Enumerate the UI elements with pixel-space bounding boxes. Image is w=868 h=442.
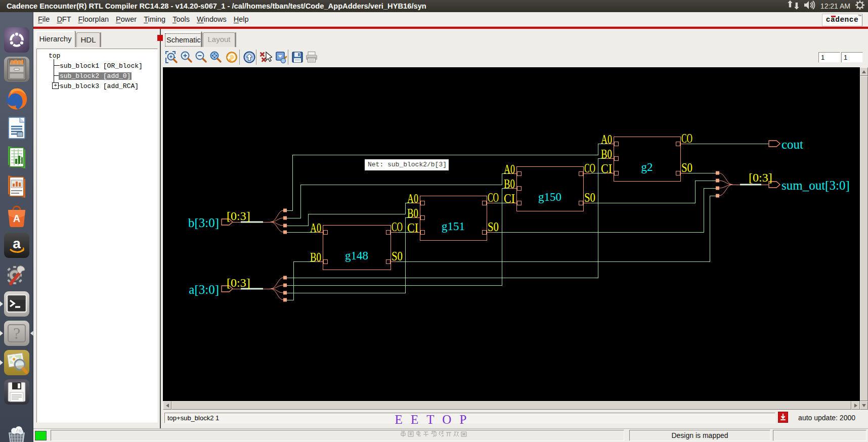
launcher-item-trash[interactable] — [4, 425, 29, 442]
scroll-down-icon — [861, 403, 866, 408]
toolbar-separator — [256, 50, 256, 65]
up-hierarchy-button[interactable] — [243, 51, 256, 64]
launcher-item-libreoffice-impress[interactable] — [4, 174, 29, 199]
menu-timing[interactable]: Timing — [140, 12, 169, 26]
scroll-right-icon — [853, 403, 858, 408]
pin-square — [579, 171, 583, 175]
launcher-item-software-center[interactable]: A — [4, 203, 29, 229]
cjk-char — [417, 431, 421, 436]
launcher-item-system-settings[interactable] — [4, 262, 29, 287]
cjk-char — [454, 431, 459, 436]
zoom-fit-button[interactable] — [209, 51, 222, 64]
trademark-symbol: ™ — [858, 14, 861, 18]
vertical-scrollbar[interactable] — [860, 67, 868, 410]
tab-layout[interactable]: Layout — [203, 32, 235, 47]
pin-square — [323, 230, 327, 234]
save-button[interactable] — [291, 51, 304, 64]
tab-separator — [75, 32, 76, 47]
tab-hierarchy[interactable]: Hierarchy — [35, 31, 75, 47]
refresh-button[interactable] — [225, 51, 238, 64]
menu-windows[interactable]: Windows — [193, 12, 230, 26]
vertical-scroll-thumb[interactable] — [860, 76, 868, 401]
launcher-item-cadence-app[interactable]: ? — [4, 321, 29, 346]
remove-highlight-button[interactable] — [259, 51, 272, 64]
network-updown-icon[interactable] — [786, 0, 799, 12]
bus-width-label: [0:3] — [749, 171, 772, 184]
launcher-item-dash-home[interactable] — [4, 27, 29, 53]
pin-label-CO: CO — [584, 161, 595, 175]
block-g2: A0B0CICOS0g2 — [601, 131, 692, 181]
launcher-item-terminal[interactable] — [4, 291, 29, 317]
zoom-in-button[interactable] — [180, 51, 193, 64]
tree-node[interactable]: sub_block3 [add_RCA] — [60, 82, 139, 90]
tree-expander[interactable]: + — [52, 82, 59, 89]
zoom-out-button[interactable] — [194, 51, 207, 64]
print-button[interactable] — [305, 51, 318, 64]
scroll-down-button[interactable] — [860, 401, 868, 410]
menu-help[interactable]: Help — [230, 12, 252, 26]
volume-icon[interactable] — [804, 0, 816, 12]
status-indicator — [35, 431, 47, 440]
block-outline — [614, 137, 680, 181]
scroll-up-button[interactable] — [860, 67, 868, 76]
tree-node[interactable]: sub_block1 [OR_block] — [60, 62, 143, 70]
launcher-item-firefox[interactable] — [4, 86, 29, 111]
block-outline — [516, 166, 583, 211]
menu-dft[interactable]: DFT — [53, 12, 74, 26]
app-menu-bar: FileDFTFloorplanPowerTimingToolsWindowsH… — [33, 12, 868, 27]
auto-update-label: auto update: 2000 — [779, 413, 855, 423]
horizontal-scrollbar[interactable] — [163, 401, 860, 410]
tree-root[interactable]: top — [49, 52, 60, 60]
menu-floorplan[interactable]: Floorplan — [75, 12, 112, 26]
tab-label: Layout — [207, 35, 230, 43]
unity-launcher: Aa? — [0, 12, 33, 442]
panel-splitter[interactable] — [160, 29, 161, 428]
instance-label-g148: g148 — [345, 249, 368, 262]
zoom-region-button[interactable] — [165, 51, 178, 64]
launcher-item-files[interactable] — [4, 57, 29, 82]
clock[interactable]: 12:21 AM — [820, 2, 850, 10]
scroll-left-button[interactable] — [163, 401, 171, 410]
tree-line — [54, 59, 54, 85]
launcher-item-libreoffice-calc[interactable] — [4, 145, 29, 170]
cjk-char — [446, 432, 451, 436]
toolbar-separator — [288, 50, 288, 65]
uparrow-icon — [243, 51, 256, 64]
launcher-item-screenshot-tool[interactable] — [4, 350, 29, 375]
schematic-canvas[interactable]: A0B0COS0g148A0B0CICOS0g151A0B0CICOS0g150… — [163, 67, 860, 401]
port-a[3:0]: a[3:0][0:3] — [189, 276, 287, 302]
tree-node[interactable]: sub_block2 [add_0] — [60, 72, 132, 80]
menu-tools[interactable]: Tools — [169, 12, 193, 26]
question-icon: ? — [4, 321, 29, 346]
tab-schematic[interactable]: Schematic — [164, 31, 202, 47]
toolbar-separator — [239, 50, 240, 65]
port-sum_out[3:0]: sum_out[3:0][0:3] — [716, 171, 850, 198]
splitter-handle[interactable] — [157, 35, 163, 41]
schematic-drawing: A0B0COS0g148A0B0CICOS0g151A0B0CICOS0g150… — [163, 67, 860, 401]
launcher-item-libreoffice-writer[interactable] — [4, 115, 29, 141]
amazon-icon: a — [4, 233, 29, 258]
select-options-button[interactable] — [275, 51, 288, 64]
session-gear-icon[interactable] — [855, 0, 865, 12]
system-tray: 12:21 AM — [786, 0, 865, 12]
fan-curve — [719, 173, 732, 185]
pin-square — [517, 171, 521, 175]
watermark-chinese — [358, 430, 509, 440]
launcher-item-floppy-save[interactable] — [4, 379, 29, 405]
filecabinet-icon — [4, 57, 29, 82]
scroll-right-button[interactable] — [851, 401, 860, 410]
menu-file[interactable]: File — [34, 12, 53, 26]
block-g150: A0B0CICOS0g150 — [504, 161, 595, 211]
pin-label-A0: A0 — [407, 191, 418, 206]
zoomfit-icon — [209, 51, 222, 64]
fan-square — [283, 298, 287, 302]
desktop: Cadence Encounter(R) RTL Compiler RC14.2… — [0, 0, 868, 442]
launcher-item-amazon[interactable]: a — [4, 233, 29, 258]
horizontal-scroll-thumb[interactable] — [171, 401, 851, 410]
tab-separator — [235, 32, 236, 47]
watermark-eetop: E E T O P — [331, 413, 533, 427]
fan-square — [283, 224, 287, 228]
menu-power[interactable]: Power — [112, 12, 140, 26]
tab-hdl[interactable]: HDL — [76, 32, 100, 47]
pin-label-CI: CI — [407, 220, 418, 235]
